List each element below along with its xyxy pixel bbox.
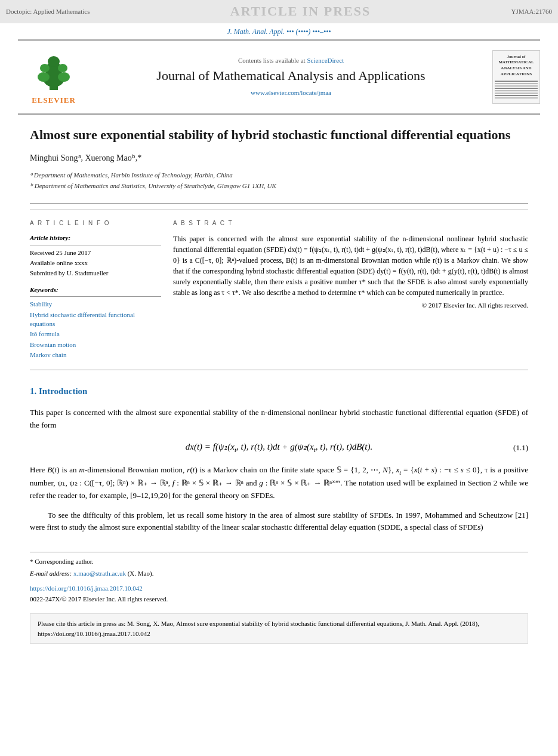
svg-point-6: [40, 64, 50, 72]
equation-1-1-block: dx(t) = f(ψ₁(xt, t), r(t), t)dt + g(ψ₂(x…: [30, 441, 528, 455]
meta-divider: [30, 203, 528, 204]
journal-citation-text: J. Math. Anal. Appl. ••• (••••) •••–•••: [227, 27, 331, 36]
section-1-heading: 1. Introduction: [30, 385, 528, 398]
abstract-title: A B S T R A C T: [173, 219, 528, 228]
corresponding-author-note: * Corresponding author.: [30, 557, 528, 566]
affiliation-b: ᵇ Department of Mathematics and Statisti…: [30, 181, 528, 192]
article-info-title: A R T I C L E I N F O: [30, 219, 161, 228]
received-date: Received 25 June 2017: [30, 248, 161, 257]
authors-text: Minghui Songᵃ, Xuerong Maoᵇ,*: [30, 153, 141, 162]
publisher-logo: ELSEVIER: [18, 45, 90, 109]
doctopic-label: Doctopic: Applied Mathematics: [6, 7, 90, 16]
svg-point-4: [38, 72, 50, 82]
email-name: (X. Mao).: [126, 570, 153, 577]
journal-title: Journal of Mathematical Analysis and App…: [95, 67, 486, 85]
citation-text: Please cite this article in press as: M.…: [38, 620, 479, 637]
history-label: Article history:: [30, 233, 161, 245]
journal-info: Contents lists available at ScienceDirec…: [90, 56, 492, 98]
abstract-panel: A B S T R A C T This paper is concerned …: [173, 219, 528, 361]
keyword-brownian: Brownian motion: [30, 340, 161, 349]
intro-para2: Here B(t) is an m-dimensional Brownian m…: [30, 464, 528, 502]
keyword-ito: Itô formula: [30, 330, 161, 339]
corresponding-label: * Corresponding author.: [30, 558, 94, 565]
submitted-by: Submitted by U. Stadtmueller: [30, 269, 161, 278]
intro-para3: To see the difficulty of this problem, l…: [30, 509, 528, 534]
equation-1-1-number: (1.1): [513, 442, 528, 453]
equation-1-1: dx(t) = f(ψ₁(xt, t), r(t), t)dt + g(ψ₂(x…: [186, 441, 373, 455]
page: Doctopic: Applied Mathematics ARTICLE IN…: [0, 0, 558, 756]
journal-citation: J. Math. Anal. Appl. ••• (••••) •••–•••: [0, 23, 558, 39]
email-link[interactable]: x.mao@strath.ac.uk: [73, 570, 126, 577]
doi-section: https://doi.org/10.1016/j.jmaa.2017.10.0…: [30, 583, 528, 604]
article-meta-section: A R T I C L E I N F O Article history: R…: [30, 210, 528, 370]
contents-line: Contents lists available at ScienceDirec…: [95, 56, 486, 65]
elsevier-tree-icon: [27, 48, 81, 93]
email-label: E-mail address:: [30, 570, 73, 577]
contents-text: Contents lists available at: [238, 57, 306, 64]
citation-box: Please cite this article in press as: M.…: [30, 613, 528, 644]
doi-link[interactable]: https://doi.org/10.1016/j.jmaa.2017.10.0…: [30, 585, 143, 592]
article-title: Almost sure exponential stability of hyb…: [30, 127, 528, 144]
keyword-stability: Stability: [30, 300, 161, 309]
footer-divider: * Corresponding author. E-mail address: …: [30, 552, 528, 578]
main-content: Almost sure exponential stability of hyb…: [0, 115, 558, 656]
svg-point-7: [58, 64, 67, 72]
svg-point-3: [48, 56, 60, 67]
abstract-text: This paper is concerned with the almost …: [173, 233, 528, 298]
intro-para1: This paper is concerned with the almost …: [30, 407, 528, 432]
top-bar: Doctopic: Applied Mathematics ARTICLE IN…: [0, 0, 558, 23]
issn-text: 0022-247X/© 2017 Elsevier Inc. All right…: [30, 595, 168, 603]
elsevier-brand: ELSEVIER: [32, 95, 76, 106]
keywords-label: Keywords:: [30, 285, 161, 297]
authors: Minghui Songᵃ, Xuerong Maoᵇ,*: [30, 152, 528, 164]
sciencedirect-link[interactable]: ScienceDirect: [307, 57, 344, 64]
keywords-section: Keywords: Stability Hybrid stochastic di…: [30, 285, 161, 360]
journal-thumbnail: Journal ofMATHEMATICALANALYSIS ANDAPPLIC…: [492, 50, 540, 104]
keyword-markov: Markov chain: [30, 351, 161, 359]
affiliation-a: ᵃ Department of Mathematics, Harbin Inst…: [30, 170, 528, 181]
affiliations: ᵃ Department of Mathematics, Harbin Inst…: [30, 170, 528, 191]
email-note: E-mail address: x.mao@strath.ac.uk (X. M…: [30, 569, 528, 578]
publisher-banner: ELSEVIER Contents lists available at Sci…: [18, 39, 540, 115]
article-info-panel: A R T I C L E I N F O Article history: R…: [30, 219, 161, 361]
journal-code-label: YJMAA:21760: [511, 7, 552, 16]
journal-url[interactable]: www.elsevier.com/locate/jmaa: [95, 88, 486, 97]
available-online: Available online xxxx: [30, 259, 161, 268]
abstract-copyright: © 2017 Elsevier Inc. All rights reserved…: [173, 301, 528, 310]
svg-point-5: [58, 72, 70, 82]
keyword-hybrid: Hybrid stochastic differential functiona…: [30, 311, 161, 329]
article-in-press-label: ARTICLE IN PRESS: [90, 2, 511, 21]
